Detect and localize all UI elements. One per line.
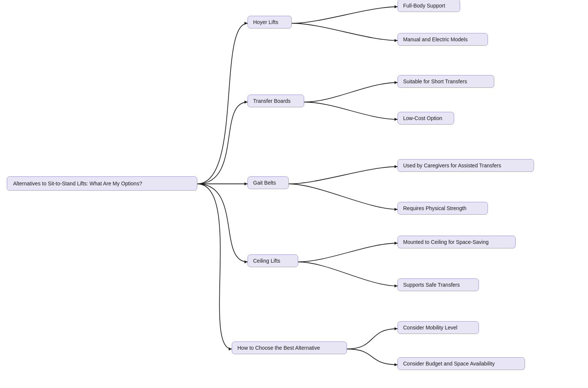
svg-marker-12 [229, 347, 232, 350]
leaf-choose2: Consider Budget and Space Availability [398, 357, 525, 370]
svg-marker-11 [394, 284, 398, 287]
svg-marker-7 [394, 165, 398, 168]
svg-marker-14 [394, 363, 398, 366]
branch-transfer: Transfer Boards [248, 95, 304, 107]
svg-marker-2 [394, 39, 398, 42]
branch-gait: Gait Belts [248, 176, 289, 189]
branch-hoyer: Hoyer Lifts [248, 16, 292, 29]
leaf-gait1: Used by Caregivers for Assisted Transfer… [398, 159, 534, 172]
leaf-transfer2: Low-Cost Option [398, 112, 454, 125]
svg-marker-9 [244, 260, 248, 263]
svg-marker-10 [394, 242, 398, 245]
svg-marker-0 [244, 22, 248, 25]
leaf-gait2: Requires Physical Strength [398, 202, 488, 215]
svg-marker-5 [394, 118, 398, 121]
leaf-transfer1: Suitable for Short Transfers [398, 75, 494, 88]
branch-choose: How to Choose the Best Alternative [232, 341, 347, 354]
leaf-hoyer2: Manual and Electric Models [398, 33, 488, 46]
root-node: Alternatives to Sit-to-Stand Lifts: What… [7, 176, 197, 191]
branch-ceiling: Ceiling Lifts [248, 254, 298, 267]
svg-marker-6 [244, 182, 248, 185]
leaf-hoyer1: Full-Body Support [398, 0, 460, 12]
svg-marker-3 [244, 101, 248, 104]
svg-marker-4 [394, 81, 398, 84]
leaf-ceiling2: Supports Safe Transfers [398, 278, 479, 291]
leaf-choose1: Consider Mobility Level [398, 321, 479, 334]
svg-marker-1 [394, 5, 398, 8]
svg-marker-8 [394, 208, 398, 211]
svg-marker-13 [394, 327, 398, 330]
leaf-ceiling1: Mounted to Ceiling for Space-Saving [398, 236, 516, 248]
